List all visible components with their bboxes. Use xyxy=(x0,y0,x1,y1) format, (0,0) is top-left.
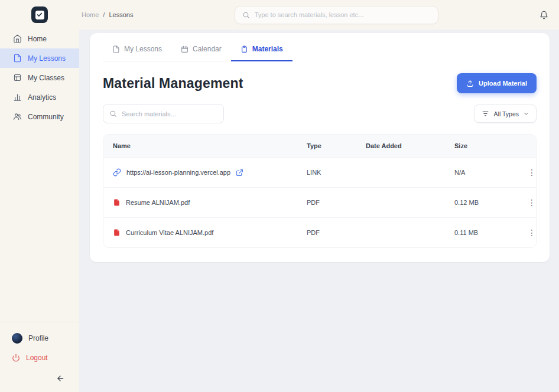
header-size: Size xyxy=(445,135,516,157)
clipboard-icon xyxy=(240,45,248,53)
row-menu-kebab-icon[interactable]: ⋮ xyxy=(525,197,537,208)
cell-date-added xyxy=(356,223,445,242)
lessons-icon xyxy=(13,54,22,63)
profile-avatar xyxy=(12,333,22,344)
sidebar-item-label: Analytics xyxy=(28,93,56,102)
sidebar-item-analytics[interactable]: Analytics xyxy=(0,87,79,107)
tab-calendar[interactable]: Calendar xyxy=(171,38,231,61)
analytics-icon xyxy=(13,93,22,102)
cell-actions: ⋮ xyxy=(516,158,536,187)
cell-name: Resume ALNIJAM.pdf xyxy=(103,189,297,216)
upload-material-button[interactable]: Upload Material xyxy=(457,73,537,93)
tab-label: Materials xyxy=(252,45,283,53)
materials-table: Name Type Date Added Size https://ai-les… xyxy=(103,134,537,248)
notifications-bell-icon[interactable] xyxy=(540,11,548,19)
cell-size: N/A xyxy=(445,159,516,185)
cell-type: PDF xyxy=(297,220,356,246)
upload-button-label: Upload Material xyxy=(479,80,527,87)
cell-type: PDF xyxy=(297,190,356,215)
table-row: https://ai-lesson-planning.vercel.app LI… xyxy=(103,157,536,187)
global-search xyxy=(235,6,438,24)
home-icon xyxy=(13,34,22,43)
header-date-added: Date Added xyxy=(356,135,445,157)
sidebar-item-label: My Lessons xyxy=(28,54,66,63)
cell-actions: ⋮ xyxy=(516,188,536,217)
sidebar-item-label: My Classes xyxy=(28,74,64,82)
cell-type: LINK xyxy=(297,159,356,185)
external-link-icon[interactable] xyxy=(236,169,243,177)
header-type: Type xyxy=(297,135,356,157)
breadcrumb: Home / Lessons xyxy=(82,11,133,18)
profile-label: Profile xyxy=(28,334,48,342)
sidebar-item-my-classes[interactable]: My Classes xyxy=(0,68,79,87)
cell-name: Curriculum Vitae ALNIJAM.pdf xyxy=(103,219,297,246)
upload-icon xyxy=(466,80,474,87)
sidebar-item-label: Home xyxy=(28,35,47,43)
app-logo[interactable] xyxy=(31,6,48,23)
search-icon xyxy=(109,110,117,117)
row-menu-kebab-icon[interactable]: ⋮ xyxy=(525,167,537,178)
pdf-icon xyxy=(113,198,121,207)
material-name: Curriculum Vitae ALNIJAM.pdf xyxy=(126,229,213,236)
breadcrumb-separator: / xyxy=(103,11,105,18)
tab-my-lessons[interactable]: My Lessons xyxy=(103,38,171,61)
controls-row: All Types xyxy=(103,104,537,123)
cell-date-added xyxy=(356,163,445,182)
tab-label: My Lessons xyxy=(124,45,162,53)
note-icon xyxy=(112,45,120,53)
sidebar-item-home[interactable]: Home xyxy=(0,29,79,48)
sidebar-footer: Profile Logout xyxy=(0,322,79,392)
filter-icon xyxy=(482,110,489,117)
sidebar-item-my-lessons[interactable]: My Lessons xyxy=(0,48,79,68)
title-row: Material Management Upload Material xyxy=(103,73,537,93)
material-search xyxy=(103,104,224,123)
cell-size: 0.11 MB xyxy=(445,220,516,246)
main-content: My Lessons Calendar Materials xyxy=(79,30,559,392)
table-row: Resume ALNIJAM.pdf PDF 0.12 MB ⋮ xyxy=(103,187,536,217)
lesson-tabs: My Lessons Calendar Materials xyxy=(103,38,292,61)
sidebar-nav: Home My Lessons My Classes Analytics xyxy=(0,29,79,126)
row-menu-kebab-icon[interactable]: ⋮ xyxy=(525,227,537,238)
checkbox-logo-icon xyxy=(35,11,44,19)
sidebar: Home My Lessons My Classes Analytics xyxy=(0,0,79,392)
classes-icon xyxy=(13,73,22,82)
filter-label: All Types xyxy=(494,110,519,117)
header-actions xyxy=(516,138,536,153)
table-header-row: Name Type Date Added Size xyxy=(103,135,536,157)
tab-label: Calendar xyxy=(193,45,222,53)
collapse-sidebar-icon[interactable] xyxy=(56,374,65,383)
materials-card: My Lessons Calendar Materials xyxy=(90,33,550,262)
link-icon xyxy=(113,168,121,177)
logout-icon xyxy=(12,354,20,362)
topbar: Home / Lessons xyxy=(79,0,559,30)
sidebar-item-logout[interactable]: Logout xyxy=(0,348,79,367)
tab-materials[interactable]: Materials xyxy=(231,38,292,61)
sidebar-collapse-row xyxy=(0,367,79,390)
community-icon xyxy=(13,112,22,121)
header-name: Name xyxy=(103,135,297,157)
material-name: https://ai-lesson-planning.vercel.app xyxy=(126,169,230,176)
logout-label: Logout xyxy=(26,354,48,362)
right-pane: Home / Lessons xyxy=(79,0,559,392)
calendar-icon xyxy=(181,45,188,53)
breadcrumb-current: Lessons xyxy=(109,11,133,18)
type-filter-dropdown[interactable]: All Types xyxy=(474,104,537,123)
pdf-icon xyxy=(113,228,121,237)
cell-name: https://ai-lesson-planning.vercel.app xyxy=(103,159,297,186)
sidebar-item-label: Community xyxy=(28,113,64,121)
page-title: Material Management xyxy=(103,76,243,92)
search-icon xyxy=(242,11,250,19)
cell-date-added xyxy=(356,193,445,212)
global-search-input[interactable] xyxy=(255,11,431,18)
table-row: Curriculum Vitae ALNIJAM.pdf PDF 0.11 MB… xyxy=(103,217,536,247)
breadcrumb-home[interactable]: Home xyxy=(82,11,99,18)
sidebar-item-profile[interactable]: Profile xyxy=(0,328,79,348)
app-root: Home My Lessons My Classes Analytics xyxy=(0,0,559,392)
cell-size: 0.12 MB xyxy=(445,190,516,215)
material-name: Resume ALNIJAM.pdf xyxy=(126,199,190,206)
cell-actions: ⋮ xyxy=(516,218,536,247)
chevron-down-icon xyxy=(524,111,529,116)
material-search-input[interactable] xyxy=(122,110,217,117)
sidebar-item-community[interactable]: Community xyxy=(0,107,79,126)
